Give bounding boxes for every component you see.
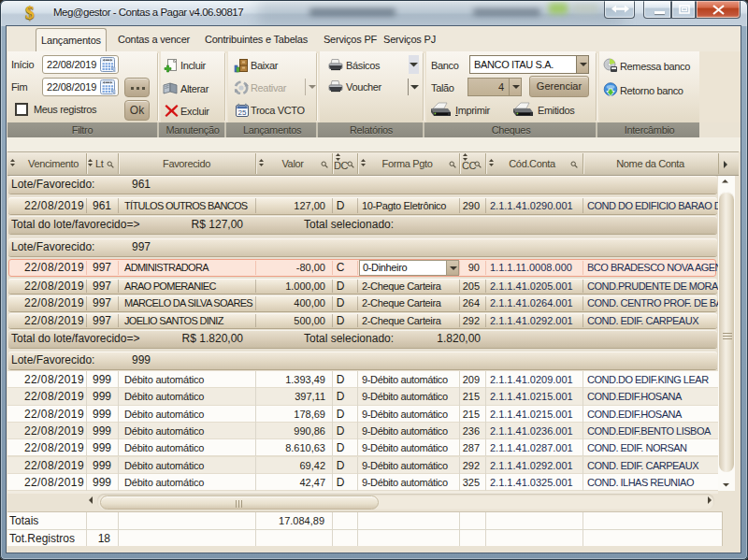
svg-text:25: 25 xyxy=(238,108,247,117)
